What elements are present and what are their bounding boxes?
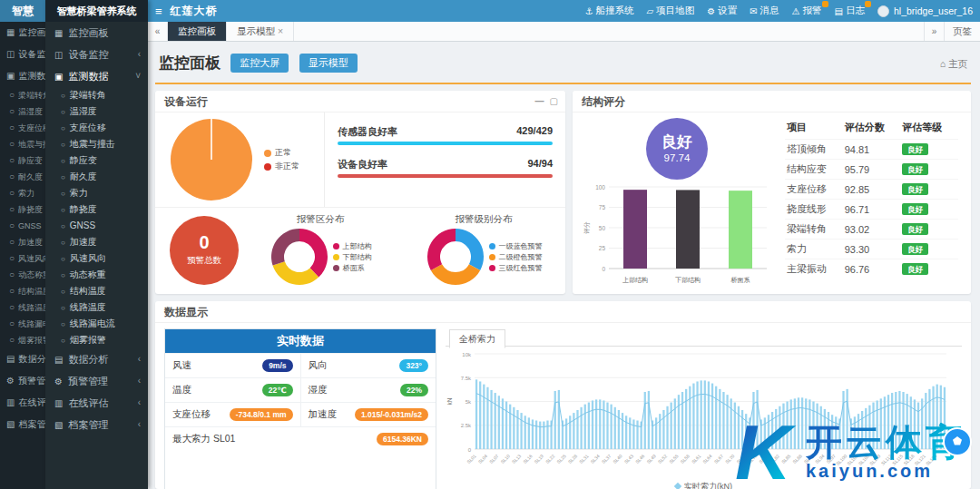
sidebar-subitem-12[interactable]: ○结构温度 bbox=[45, 283, 148, 299]
circle-icon: ○ bbox=[9, 269, 15, 279]
collapsed-subitem-3[interactable]: ○地震与撞击 bbox=[0, 136, 45, 152]
circle-icon: ○ bbox=[9, 253, 15, 263]
svg-text:SL22: SL22 bbox=[544, 453, 556, 465]
circle-icon: ○ bbox=[61, 222, 65, 230]
navbar-item-设置[interactable]: ⚙设置 bbox=[707, 5, 737, 17]
sidebar-collapsed-menu: ▦监控画板◫设备监控▣监测数据○梁端转角○温湿度○支座位移○地震与撞击○静应变○… bbox=[0, 22, 45, 435]
collapsed-subitem-6[interactable]: ○索力 bbox=[0, 185, 45, 201]
collapsed-subitem-12[interactable]: ○结构温度 bbox=[0, 283, 45, 299]
circle-icon: ○ bbox=[9, 237, 15, 247]
metric-value-badge: 6154.36KN bbox=[377, 433, 428, 445]
notification-badge bbox=[822, 1, 828, 7]
navbar-item-报警[interactable]: ⚠报警 bbox=[792, 5, 822, 17]
circle-icon: ○ bbox=[9, 220, 15, 230]
circle-icon: ○ bbox=[9, 286, 15, 296]
collapsed-item-1[interactable]: ◫设备监控 bbox=[0, 44, 45, 65]
collapsed-subitem-1[interactable]: ○温湿度 bbox=[0, 103, 45, 120]
sidebar-subitem-2[interactable]: ○支座位移 bbox=[45, 120, 148, 136]
score-item: 支座位移 bbox=[785, 180, 843, 200]
svg-text:75: 75 bbox=[599, 204, 606, 210]
sidebar: 智慧桥梁管养系统 ▦监控画板◫设备监控‹▣监测数据˅○梁端转角○温湿度○支座位移… bbox=[45, 0, 148, 489]
collapsed-subitem-8[interactable]: ○GNSS bbox=[0, 218, 45, 234]
sidebar-subitem-10[interactable]: ○风速风向 bbox=[45, 250, 148, 267]
legend-item: 二级橙色预警 bbox=[489, 252, 543, 262]
gauge-0: 传感器良好率429/429 bbox=[338, 125, 553, 145]
tab-monitor-board[interactable]: 监控画板 bbox=[168, 22, 227, 41]
collapsed-item-0[interactable]: ▦监控画板 bbox=[0, 22, 45, 44]
cable-chart-legend[interactable]: 实时索力(kN) bbox=[446, 481, 962, 489]
collapsed-subitem-0[interactable]: ○梁端转角 bbox=[0, 87, 45, 103]
collapsed-subitem-7[interactable]: ○静挠度 bbox=[0, 201, 45, 218]
score-value: 94.81 bbox=[843, 140, 901, 160]
collapsed-subitem-2[interactable]: ○支座位移 bbox=[0, 120, 45, 136]
metric-label: 支座位移 bbox=[172, 408, 211, 421]
collapsed-item-6[interactable]: ▧档案管理 bbox=[0, 414, 45, 435]
archive-icon: ▧ bbox=[6, 419, 15, 429]
collapsed-subitem-13[interactable]: ○线路温度 bbox=[0, 299, 45, 316]
collapsed-subitem-11[interactable]: ○动态称重 bbox=[0, 267, 45, 283]
navbar-item-船撞系统[interactable]: ⚓船撞系统 bbox=[585, 5, 634, 17]
hamburger-icon[interactable]: ≡ bbox=[155, 5, 162, 18]
sidebar-item-5[interactable]: ▥在线评估‹ bbox=[45, 392, 148, 414]
sidebar-subitem-1[interactable]: ○温湿度 bbox=[45, 103, 148, 120]
collapsed-item-3[interactable]: ▤数据分析 bbox=[0, 348, 45, 370]
collapsed-subitem-14[interactable]: ○线路漏电流 bbox=[0, 316, 45, 332]
legend-item: 下部结构 bbox=[333, 252, 372, 262]
sidebar-subitem-13[interactable]: ○线路温度 bbox=[45, 299, 148, 316]
sidebar-subitem-11[interactable]: ○动态称重 bbox=[45, 267, 148, 283]
sidebar-item-6[interactable]: ▧档案管理‹ bbox=[45, 414, 148, 435]
sidebar-subitem-15[interactable]: ○烟雾报警 bbox=[45, 332, 148, 348]
alarm-level-title: 报警级别分布 bbox=[456, 213, 513, 226]
sidebar-subitem-6[interactable]: ○索力 bbox=[45, 185, 148, 201]
display-model-button[interactable]: 显示模型 bbox=[299, 54, 358, 73]
sidebar-item-0[interactable]: ▦监控画板 bbox=[45, 22, 148, 44]
navbar-item-日志[interactable]: ▤日志 bbox=[835, 5, 865, 17]
collapsed-item-4[interactable]: ⚙预警管理 bbox=[0, 370, 45, 392]
tabs-expand-button[interactable]: » bbox=[924, 22, 944, 41]
navbar-item-项目地图[interactable]: ▱项目地图 bbox=[647, 5, 695, 17]
legend-item: 正常 bbox=[264, 147, 299, 159]
sidebar-subitem-4[interactable]: ○静应变 bbox=[45, 152, 148, 169]
realtime-cell: 加速度1.015/-0.031m/s2 bbox=[300, 403, 436, 426]
sidebar-item-2[interactable]: ▣监测数据˅ bbox=[45, 65, 148, 87]
minimize-icon[interactable]: — bbox=[535, 96, 544, 106]
sidebar-subitem-7[interactable]: ○静挠度 bbox=[45, 201, 148, 218]
collapsed-subitem-9[interactable]: ○加速度 bbox=[0, 234, 45, 250]
realtime-row-1: 温度22℃湿度22% bbox=[165, 377, 436, 402]
alarm-level-legend: 一级蓝色预警二级橙色预警三级红色预警 bbox=[489, 240, 543, 274]
expand-icon[interactable]: ▢ bbox=[550, 96, 558, 106]
sidebar-item-1[interactable]: ◫设备监控‹ bbox=[45, 44, 148, 65]
tabs-more-button[interactable]: 页签 bbox=[944, 22, 980, 41]
svg-text:5k: 5k bbox=[466, 399, 472, 405]
sidebar-item-3[interactable]: ▤数据分析‹ bbox=[45, 348, 148, 370]
sidebar-item-4[interactable]: ⚙预警管理‹ bbox=[45, 370, 148, 392]
sidebar-subitem-9[interactable]: ○加速度 bbox=[45, 234, 148, 250]
navbar-item-消息[interactable]: ✉消息 bbox=[750, 5, 779, 17]
collapsed-subitem-4[interactable]: ○静应变 bbox=[0, 152, 45, 169]
collapsed-item-2[interactable]: ▣监测数据 bbox=[0, 65, 45, 87]
legend-dot bbox=[333, 243, 339, 249]
archive-icon: ▧ bbox=[54, 420, 63, 430]
legend-dot bbox=[264, 150, 271, 157]
sidebar-subitem-14[interactable]: ○线路漏电流 bbox=[45, 316, 148, 332]
tab-display-model[interactable]: 显示模型× bbox=[227, 22, 294, 41]
sidebar-subitem-8[interactable]: ○GNSS bbox=[45, 218, 148, 234]
chevron-icon: ‹ bbox=[138, 414, 141, 435]
circle-icon: ○ bbox=[61, 337, 65, 345]
breadcrumb-home[interactable]: 主页 bbox=[948, 58, 967, 69]
sidebar-subitem-3[interactable]: ○地震与撞击 bbox=[45, 136, 148, 152]
collapsed-item-5[interactable]: ▥在线评估 bbox=[0, 392, 45, 414]
collapsed-subitem-5[interactable]: ○耐久度 bbox=[0, 169, 45, 185]
collapsed-subitem-15[interactable]: ○烟雾报警 bbox=[0, 332, 45, 348]
svg-text:SL13: SL13 bbox=[511, 453, 523, 465]
tab-close-icon[interactable]: × bbox=[278, 25, 283, 36]
tab-full-bridge-cable-force[interactable]: 全桥索力 bbox=[449, 329, 505, 348]
monitor-bigscreen-button[interactable]: 监控大屏 bbox=[230, 54, 289, 73]
score-table-row: 梁端转角93.02良好 bbox=[785, 220, 958, 240]
sidebar-subitem-5[interactable]: ○耐久度 bbox=[45, 169, 148, 185]
collapsed-subitem-10[interactable]: ○风速风向 bbox=[0, 250, 45, 267]
user-menu[interactable]: hl_bridge_user_16 bbox=[877, 5, 973, 17]
sidebar-subitem-0[interactable]: ○梁端转角 bbox=[45, 87, 148, 103]
tabs-collapse-button[interactable]: « bbox=[148, 22, 168, 41]
top-navbar: ≡ 红莲大桥 ⚓船撞系统▱项目地图⚙设置✉消息⚠报警▤日志 hl_bridge_… bbox=[148, 0, 980, 22]
